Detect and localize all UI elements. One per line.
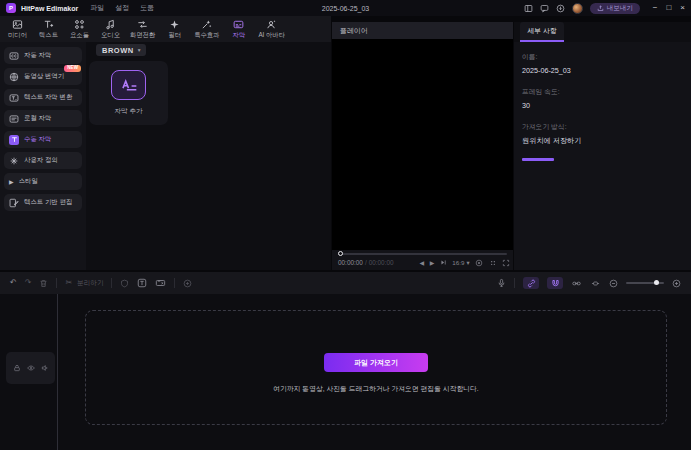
collection-dropdown[interactable]: BROWN ▾: [96, 44, 146, 56]
microphone-icon[interactable]: [497, 278, 506, 288]
tab-label: 요소들: [70, 31, 89, 40]
new-badge: NEW: [64, 65, 81, 72]
feedback-icon[interactable]: [540, 4, 549, 13]
drop-hint-text: 여기까지 동영상, 사진을 드래그하거나 가져오면 편집을 시작합니다.: [273, 384, 478, 394]
playhead[interactable]: [57, 294, 58, 450]
marker-icon[interactable]: [120, 279, 129, 288]
export-button[interactable]: 내보내기: [590, 3, 640, 14]
details-panel: 세부 사항 이름: 2025-06-25_03 프레임 속도: 30 가져오기 …: [514, 22, 691, 270]
time-separator: /: [365, 259, 367, 266]
audio-icon: [105, 19, 116, 30]
fullscreen-icon[interactable]: [502, 259, 510, 267]
redo-icon[interactable]: ↷: [25, 279, 32, 287]
player-header: 플레이어: [332, 22, 513, 39]
tab-text[interactable]: 텍스트: [33, 17, 64, 42]
accent-bar: [522, 158, 554, 161]
custom-icon: [9, 156, 19, 166]
field-value-import-method: 원위치에 저장하기: [522, 136, 683, 146]
grid-icon[interactable]: [489, 259, 497, 267]
aspect-ratio-selector[interactable]: 16:9 ▾: [452, 259, 469, 266]
subtitle-icon: [233, 19, 244, 30]
tab-filter[interactable]: 필터: [159, 17, 190, 42]
sidebar-item-video-translator[interactable]: 동영상 번역기 NEW: [4, 68, 82, 85]
field-label-framerate: 프레임 속도:: [522, 87, 683, 97]
delete-icon[interactable]: [39, 279, 48, 288]
unlink-icon[interactable]: [571, 279, 582, 288]
effects-icon: [201, 19, 212, 30]
link-toggle[interactable]: [523, 277, 539, 289]
tab-effects[interactable]: 특수효과: [190, 17, 223, 42]
edimakor-window: P HitPaw Edimakor 파일 설정 도움 2025-06-25_03…: [0, 0, 691, 450]
time-total: 00:00:00: [369, 259, 394, 266]
add-subtitle-card[interactable]: 자막 추가: [89, 61, 168, 125]
seek-bar[interactable]: [339, 253, 507, 255]
zoom-out-icon[interactable]: [609, 279, 618, 288]
layout-icon[interactable]: [524, 4, 533, 13]
sidebar-item-local-subtitle[interactable]: 로컬 자막: [4, 110, 82, 127]
snapshot-icon[interactable]: [475, 259, 483, 267]
sidebar-item-manual-subtitle[interactable]: 수동 자막: [4, 131, 82, 148]
zoom-in-icon[interactable]: [672, 279, 681, 288]
sidebar-item-text-to-subtitle[interactable]: 텍스트 자막 변환: [4, 89, 82, 106]
menu-help[interactable]: 도움: [140, 3, 154, 13]
ai-avatar-icon: [266, 19, 277, 30]
sidebar-item-text-based-edit[interactable]: 텍스트 기반 편집: [4, 194, 82, 211]
tab-transition[interactable]: 화면전환: [126, 17, 159, 42]
lock-icon[interactable]: [13, 364, 21, 372]
sidebar-item-label: 텍스트 기반 편집: [24, 198, 72, 207]
app-name: HitPaw Edimakor: [21, 5, 78, 12]
sidebar-item-style[interactable]: ▶ 스타일: [4, 173, 82, 190]
zoom-slider[interactable]: [626, 282, 664, 284]
mute-icon[interactable]: [41, 364, 49, 372]
text-tool-icon[interactable]: [137, 278, 147, 288]
sidebar-item-auto-subtitle[interactable]: 자동 자막: [4, 47, 82, 64]
sidebar-item-label: 스타일: [19, 177, 38, 186]
previous-frame-button[interactable]: ◀: [420, 259, 425, 266]
fit-timeline-icon[interactable]: [590, 279, 601, 288]
field-label-name: 이름:: [522, 52, 683, 62]
tab-subtitle[interactable]: 자막: [223, 17, 254, 42]
add-subtitle-label: 자막 추가: [115, 107, 143, 116]
eye-icon[interactable]: [27, 364, 35, 372]
menu-file[interactable]: 파일: [90, 3, 104, 13]
video-translator-icon: [9, 72, 19, 82]
tab-media[interactable]: 미디어: [2, 17, 33, 42]
tab-label: 특수효과: [194, 31, 219, 40]
close-button[interactable]: ×: [680, 0, 685, 16]
sidebar-item-label: 자동 자막: [24, 51, 51, 60]
user-avatar[interactable]: [572, 3, 583, 14]
player-controls: 00:00:00 / 00:00:00 ◀ ▶ 16:9 ▾: [338, 256, 510, 269]
sidebar-item-custom[interactable]: 사용자 정의: [4, 152, 82, 169]
video-preview[interactable]: [332, 39, 513, 250]
import-file-button[interactable]: 파일 가져오기: [324, 353, 428, 372]
ribbon-tab-bar: 미디어 텍스트 요소들 오디오 화면전환 필터 특수효과 자막: [0, 16, 331, 42]
tab-ai-avatar[interactable]: AI 아바타: [254, 17, 289, 42]
transition-icon: [137, 19, 148, 30]
play-button[interactable]: ▶: [430, 259, 435, 266]
subtitle-sidebar: 자동 자막 동영상 번역기 NEW 텍스트 자막 변환 로컬 자막 수동 자막 …: [0, 42, 86, 270]
add-track-icon[interactable]: [183, 279, 192, 288]
magnet-toggle[interactable]: [547, 277, 563, 289]
minimize-button[interactable]: −: [653, 0, 658, 16]
tab-elements[interactable]: 요소들: [64, 17, 95, 42]
subtitle-remove-icon[interactable]: [155, 278, 166, 288]
project-title: 2025-06-25_03: [322, 5, 370, 12]
sidebar-item-label: 텍스트 자막 변환: [24, 93, 72, 102]
tab-audio[interactable]: 오디오: [95, 17, 126, 42]
menu-settings[interactable]: 설정: [115, 3, 129, 13]
maximize-button[interactable]: □: [666, 0, 671, 16]
timeline-area[interactable]: 파일 가져오기 여기까지 동영상, 사진을 드래그하거나 가져오면 편집을 시작…: [0, 294, 691, 450]
app-logo-icon: P: [6, 3, 16, 13]
elements-icon: [74, 19, 85, 30]
tab-label: 자막: [233, 31, 246, 40]
tab-details[interactable]: 세부 사항: [520, 22, 564, 42]
split-icon[interactable]: ✂: [65, 279, 72, 287]
download-icon[interactable]: [556, 4, 565, 13]
undo-icon[interactable]: ↶: [10, 279, 17, 287]
zoom-slider-handle[interactable]: [654, 280, 659, 285]
export-icon: [597, 5, 604, 12]
details-tab-strip: 세부 사항: [514, 22, 691, 42]
next-frame-button[interactable]: [440, 259, 447, 266]
media-dropzone[interactable]: 파일 가져오기 여기까지 동영상, 사진을 드래그하거나 가져오면 편집을 시작…: [85, 310, 667, 425]
local-subtitle-icon: [9, 114, 19, 124]
